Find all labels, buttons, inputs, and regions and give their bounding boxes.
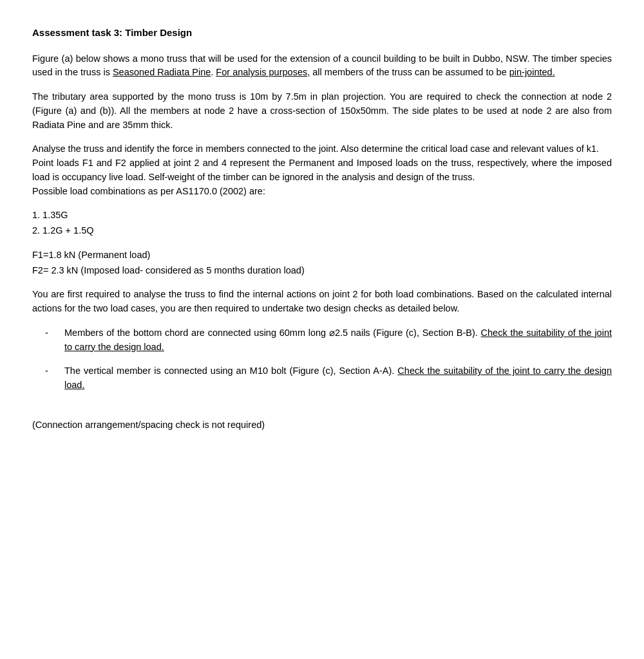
load-value-f2: F2= 2.3 kN (Imposed load- considered as …	[32, 264, 612, 278]
footer-note: (Connection arrangement/spacing check is…	[32, 418, 612, 432]
paragraph-3-line2: Point loads F1 and F2 applied at joint 2…	[32, 158, 612, 182]
paragraph-4: You are first required to analyse the tr…	[32, 288, 612, 316]
paragraph-3-line1: Analyse the truss and identify the force…	[32, 144, 599, 154]
load-values: F1=1.8 kN (Permanent load) F2= 2.3 kN (I…	[32, 248, 612, 278]
underline-pin-jointed: pin-jointed.	[509, 67, 555, 77]
bullet-content-1: Members of the bottom chord are connecte…	[64, 326, 612, 355]
paragraph-1: Figure (a) below shows a mono truss that…	[32, 52, 612, 80]
bullet-dash-1: -	[45, 326, 58, 355]
load-combo-1: 1. 1.35G	[32, 209, 612, 223]
load-value-f1: F1=1.8 kN (Permanent load)	[32, 248, 612, 263]
page-content: Assessment task 3: Timber Design Figure …	[32, 26, 612, 432]
bullet-item-2: - The vertical member is connected using…	[45, 364, 612, 393]
underline-bullet1: Check the suitability of the joint to ca…	[64, 328, 612, 352]
page-title: Assessment task 3: Timber Design	[32, 26, 612, 41]
bullet-list: - Members of the bottom chord are connec…	[45, 326, 612, 393]
paragraph-3: Analyse the truss and identify the force…	[32, 142, 612, 198]
bullet-content-2: The vertical member is connected using a…	[64, 364, 612, 393]
bullet-item-1: - Members of the bottom chord are connec…	[45, 326, 612, 355]
underline-seasoned-radiata-pine: Seasoned Radiata Pine	[113, 67, 211, 77]
paragraph-3-line3: Possible load combinations as per AS1170…	[32, 186, 265, 196]
paragraph-2: The tributary area supported by the mono…	[32, 90, 612, 132]
load-combinations: 1. 1.35G 2. 1.2G + 1.5Q	[32, 209, 612, 238]
load-combo-2: 2. 1.2G + 1.5Q	[32, 224, 612, 238]
bullet-dash-2: -	[45, 364, 58, 393]
underline-bullet2: Check the suitability of the joint to ca…	[64, 366, 612, 390]
underline-for-analysis-purposes: For analysis purposes,	[216, 67, 310, 77]
